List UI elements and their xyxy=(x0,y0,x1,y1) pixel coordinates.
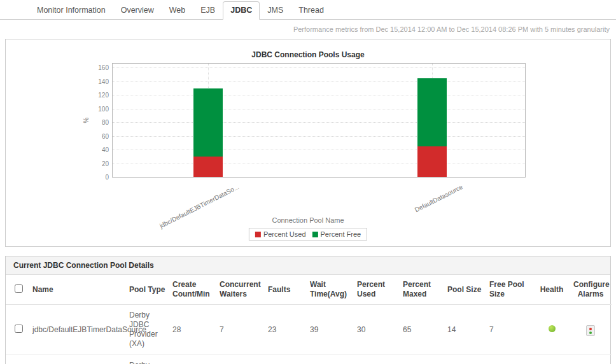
legend-label: Percent Free xyxy=(321,230,361,238)
metric-cell: 65 xyxy=(402,305,446,355)
bar-segment-percent-used[interactable] xyxy=(193,157,223,177)
select-all-checkbox[interactable] xyxy=(15,284,23,293)
gridline xyxy=(113,95,525,95)
jdbc-usage-chart-panel: JDBC Connection Pools Usage % 0204060801… xyxy=(5,39,611,247)
tab-overview[interactable]: Overview xyxy=(113,1,162,19)
y-tick-label: 120 xyxy=(88,92,109,99)
y-tick-label: 160 xyxy=(88,64,109,71)
pool-table-head-row: NamePool TypeCreate Count/MinConcurrent … xyxy=(6,275,612,305)
metric-cell: 39 xyxy=(309,305,356,355)
legend-label: Percent Used xyxy=(263,230,306,238)
bar-segment-percent-used[interactable] xyxy=(417,146,447,177)
metric-cell: 23 xyxy=(267,305,309,355)
metric-cell: 30 xyxy=(356,305,402,355)
column-header-pool-size: Pool Size xyxy=(446,275,488,305)
column-header-free-pool-size: Free Pool Size xyxy=(488,275,534,305)
pool-name-cell: DefaultDatasource xyxy=(31,355,128,364)
green-dot xyxy=(589,332,592,334)
y-tick-label: 60 xyxy=(88,132,109,139)
health-status-icon xyxy=(549,325,556,332)
health-cell xyxy=(534,355,572,364)
metric-cell: 79 xyxy=(309,355,356,364)
chart-plot: % 020406080100120140160jdbc/DefaultEJBTi… xyxy=(112,63,526,178)
column-header-pool-type: Pool Type xyxy=(128,275,171,305)
chart-title: JDBC Connection Pools Usage xyxy=(6,50,610,59)
gridline xyxy=(113,67,525,68)
column-header-percent-maxed: Percent Maxed xyxy=(402,275,446,305)
configure-alarms-cell xyxy=(572,355,612,364)
bar-segment-percent-free[interactable] xyxy=(417,78,447,146)
metric-cell: 14 xyxy=(446,305,488,355)
y-tick-label: 80 xyxy=(88,119,109,126)
y-tick-label: 20 xyxy=(88,160,109,167)
metric-cell: 45 xyxy=(356,355,402,364)
gridline xyxy=(113,122,525,123)
metric-cell: 22 xyxy=(267,355,309,364)
gridline xyxy=(113,150,525,150)
gridline xyxy=(113,81,525,82)
metric-cell: 9 xyxy=(488,355,534,364)
metric-cell: 7 xyxy=(218,305,267,355)
column-header-wait-time-avg-: Wait Time(Avg) xyxy=(309,275,356,305)
metric-cell: 64 xyxy=(402,355,446,364)
pool-details-panel: Current JDBC Connection Pool Details Nam… xyxy=(5,256,611,364)
tab-ejb[interactable]: EJB xyxy=(193,1,223,19)
pool-table-body: jdbc/DefaultEJBTimerDataSourceDerby JDBC… xyxy=(6,305,612,364)
metric-cell: 23 xyxy=(171,355,218,364)
metrics-period-note: Performance metrics from Dec 15,2014 12:… xyxy=(0,20,616,36)
tab-jms[interactable]: JMS xyxy=(260,1,291,19)
pool-name-cell: jdbc/DefaultEJBTimerDataSource xyxy=(31,305,128,355)
red-dot xyxy=(589,328,592,330)
metric-cell: 7 xyxy=(488,305,534,355)
tab-bar: Monitor InformationOverviewWebEJBJDBCJMS… xyxy=(0,0,616,20)
metric-cell: 13 xyxy=(446,355,488,364)
column-header-percent-used: Percent Used xyxy=(356,275,402,305)
column-header-health: Health xyxy=(534,275,572,305)
legend-swatch xyxy=(255,232,261,237)
y-tick-label: 0 xyxy=(88,174,109,181)
legend-item: Percent Used xyxy=(255,230,306,238)
x-axis-title: Connection Pool Name xyxy=(6,216,610,224)
metric-cell: 28 xyxy=(171,305,218,355)
pool-table: NamePool TypeCreate Count/MinConcurrent … xyxy=(6,275,612,364)
configure-alarms-cell xyxy=(572,305,612,355)
legend-item: Percent Free xyxy=(312,230,361,238)
tab-thread[interactable]: Thread xyxy=(291,1,332,19)
metric-cell: Derby JDBC Provider (XA) xyxy=(128,305,171,355)
metric-cell: Derby JDBC Provider xyxy=(128,355,171,364)
select-all-header xyxy=(6,275,31,305)
tab-jdbc[interactable]: JDBC xyxy=(223,1,260,20)
tab-web[interactable]: Web xyxy=(162,1,193,19)
table-row: DefaultDatasourceDerby JDBC Provider2352… xyxy=(6,355,612,364)
row-checkbox-cell xyxy=(6,355,31,364)
row-checkbox[interactable] xyxy=(15,325,23,333)
column-header-concurrent-waiters: Concurrent Waiters xyxy=(218,275,267,305)
bar-segment-percent-free[interactable] xyxy=(193,88,223,157)
y-tick-label: 40 xyxy=(88,146,109,153)
gridline xyxy=(113,164,525,164)
y-tick-label: 140 xyxy=(88,78,109,85)
legend-swatch xyxy=(312,232,318,237)
column-header-configure-alarms: Configure Alarms xyxy=(572,275,612,305)
table-row: jdbc/DefaultEJBTimerDataSourceDerby JDBC… xyxy=(6,305,612,355)
column-header-create-count-min: Create Count/Min xyxy=(171,275,218,305)
alarm-config-icon[interactable] xyxy=(586,325,595,336)
metric-cell: 5 xyxy=(218,355,267,364)
column-header-faults: Faults xyxy=(267,275,309,305)
column-header-name: Name xyxy=(31,275,128,305)
gridline xyxy=(113,136,525,137)
pool-details-title: Current JDBC Connection Pool Details xyxy=(6,256,610,275)
tab-monitor-information[interactable]: Monitor Information xyxy=(29,1,113,19)
row-checkbox-cell xyxy=(6,305,31,355)
x-category-label: DefaultDatasource xyxy=(414,183,464,213)
gridline xyxy=(113,109,525,109)
chart-legend: Percent UsedPercent Free xyxy=(249,228,367,241)
y-tick-label: 100 xyxy=(88,105,109,112)
health-cell xyxy=(534,305,572,355)
